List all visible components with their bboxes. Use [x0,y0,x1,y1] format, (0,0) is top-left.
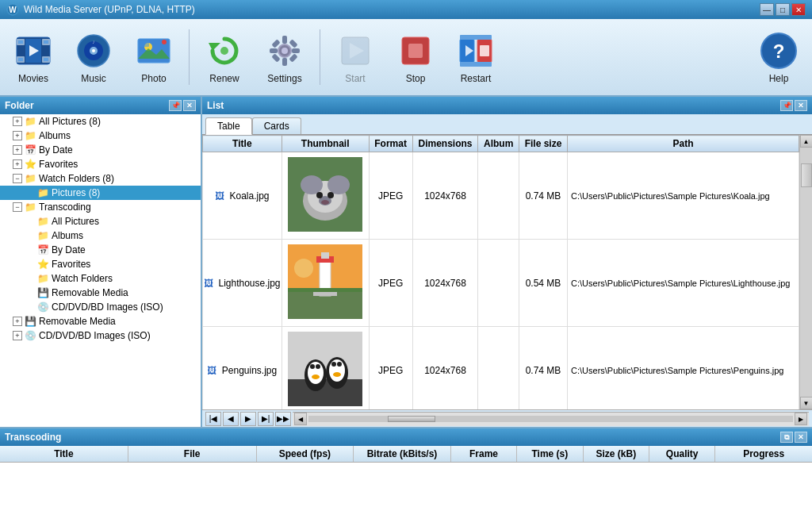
folder-icon: 📁 [24,173,36,184]
titlebar-controls: — □ ✕ [760,3,806,16]
vertical-scrollbar[interactable]: ▲ ▼ [799,135,812,409]
svg-point-64 [294,259,313,278]
list-content: Title Thumbnail Format Dimensions Album … [202,135,812,409]
svg-point-56 [327,192,334,198]
titlebar: W Wild Media Server (UPnP, DLNA, HTTP) —… [0,0,812,19]
tree-item-removable[interactable]: + 💾 Removable Media [0,314,201,328]
svg-rect-44 [460,62,492,67]
nav-next-button[interactable]: ▶| [258,412,274,426]
disc-icon: 💿 [24,330,36,341]
renew-button[interactable]: Renew [196,26,253,88]
trans-col-title: Title [0,446,128,462]
settings-button[interactable]: Settings [256,26,313,88]
tree-item-trans-favorites[interactable]: ⭐ Favorites [0,257,201,271]
list-close-button[interactable]: ✕ [795,100,807,111]
file-size-cell: 0.74 MB [519,152,567,240]
tree-item-albums[interactable]: + 📁 Albums [0,129,201,143]
transcoding-header: Transcoding ⧉ ✕ [0,428,812,446]
tree-item-all-pictures[interactable]: + 📁 All Pictures (8) [0,114,201,129]
scroll-track-horiz[interactable] [308,416,793,422]
svg-point-75 [337,362,342,367]
svg-rect-13 [44,58,48,61]
tree-item-trans-albums[interactable]: 📁 Albums [0,229,201,243]
svg-rect-63 [313,292,337,296]
tree-item-trans-all-pictures[interactable]: 📁 All Pictures [0,214,201,229]
nav-last-button[interactable]: ▶▶ [275,412,291,426]
tree-label-all-pictures: All Pictures (8) [39,116,101,127]
restart-icon [455,30,496,71]
table-scroll[interactable]: Title Thumbnail Format Dimensions Album … [202,135,799,409]
nav-prev-button[interactable]: ◀ [223,412,239,426]
svg-point-53 [327,175,350,194]
help-button[interactable]: ? Help [750,26,807,88]
restart-button[interactable]: Restart [447,26,504,88]
tree-item-cd[interactable]: + 💿 CD/DVD/BD Images (ISO) [0,328,201,343]
expand-favorites[interactable]: + [13,159,22,169]
tree-item-by-date[interactable]: + 📅 By Date [0,143,201,157]
svg-point-24 [162,40,167,44]
tree-item-favorites[interactable]: + ⭐ Favorites [0,157,201,171]
expand-transcoding[interactable]: − [13,202,22,212]
photo-button[interactable]: Photo [125,26,182,88]
trans-col-frame: Frame [451,446,517,462]
maximize-button[interactable]: □ [776,3,790,16]
scroll-thumb-horiz[interactable] [388,416,435,422]
tree-item-trans-watch[interactable]: 📁 Watch Folders [0,271,201,286]
expand-all-pictures[interactable]: + [13,117,22,126]
calendar-folder-icon: 📅 [24,144,36,156]
list-pin-button[interactable]: 📌 [780,100,793,111]
expand-removable[interactable]: + [13,317,22,326]
minimize-button[interactable]: — [760,3,774,16]
expand-cd[interactable]: + [13,331,22,340]
table-row[interactable]: 🖼 Koala.jpg JPEG 1024x768 0.74 MB C:\Use… [203,152,799,240]
tab-table[interactable]: Table [205,117,252,135]
nav-first-button[interactable]: |◀ [205,412,221,426]
svg-rect-31 [270,48,278,53]
expand-by-date[interactable]: + [13,145,22,155]
table-row[interactable]: 🖼 Penguins.jpg JPEG 1024x768 0.74 MB C:\… [203,327,799,410]
tree-label-removable: Removable Media [39,316,116,327]
trans-col-bitrate: Bitrate (kBits/s) [354,446,451,462]
file-title: Penguins.jpg [222,365,277,376]
tab-cards[interactable]: Cards [252,117,301,134]
content-area: Folder 📌 ✕ + 📁 All Pictures (8) + 📁 Alb [0,97,812,427]
scroll-down-button[interactable]: ▼ [800,397,813,409]
folder-pin-button[interactable]: 📌 [169,100,182,111]
scroll-track[interactable] [800,148,812,397]
horizontal-scrollbar[interactable]: ◀ ▶ [293,412,809,426]
stop-button[interactable]: Stop [387,26,444,88]
close-button[interactable]: ✕ [791,3,806,16]
tree-label-trans-favorites: Favorites [52,259,90,270]
table-row[interactable]: 🖼 Lighthouse.jpg JPEG 1024x768 0.54 MB C… [203,240,799,327]
removable-icon: 💾 [24,316,36,327]
tree-item-watch-folders[interactable]: − 📁 Watch Folders (8) [0,171,201,186]
start-button[interactable]: Start [327,26,384,88]
nav-play-button[interactable]: ▶ [240,412,256,426]
scroll-up-button[interactable]: ▲ [800,135,813,148]
transcoding-float-button[interactable]: ⧉ [780,432,793,443]
svg-point-26 [220,47,228,55]
folder-icon: 📁 [24,202,36,213]
scroll-right-button[interactable]: ▶ [795,413,807,425]
svg-rect-30 [282,58,287,66]
scroll-thumb[interactable] [801,163,812,187]
trans-col-size: Size (kB) [584,446,649,462]
trans-col-file: File [128,446,257,462]
tree-item-trans-cd[interactable]: 💿 CD/DVD/BD Images (ISO) [0,300,201,314]
tree-item-trans-removable[interactable]: 💾 Removable Media [0,286,201,300]
file-path-cell: C:\Users\Public\Pictures\Sample Pictures… [568,152,799,240]
tree-item-pictures[interactable]: 📁 Pictures (8) [0,186,201,200]
expand-albums[interactable]: + [13,131,22,140]
tree-item-transcoding[interactable]: − 📁 Transcoding [0,200,201,214]
folder-close-button[interactable]: ✕ [183,100,196,111]
music-button[interactable]: ♪ Music [65,26,122,88]
expand-watch-folders[interactable]: − [13,174,22,183]
svg-rect-43 [460,35,492,40]
tree-item-trans-by-date[interactable]: 📅 By Date [0,243,201,257]
restart-label: Restart [461,73,492,84]
transcoding-columns: Title File Speed (fps) Bitrate (kBits/s)… [0,446,812,463]
transcoding-close-button[interactable]: ✕ [795,432,807,443]
tree-label-transcoding: Transcoding [39,202,91,213]
movies-button[interactable]: Movies [5,26,62,88]
scroll-left-button[interactable]: ◀ [294,413,307,425]
